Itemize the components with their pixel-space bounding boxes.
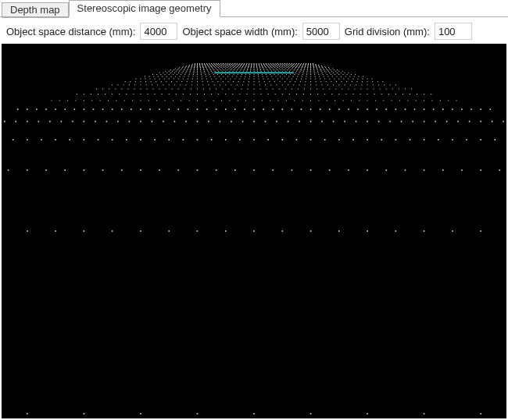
grid-dot [316,65,317,66]
grid-dot [213,69,214,70]
grid-dot [59,100,60,101]
grid-dot [263,79,264,80]
grid-dot [299,121,300,123]
grid-dot [310,413,312,415]
grid-dot [267,69,267,69]
grid-dot [327,74,327,75]
grid-dot [267,65,267,66]
grid-dot [189,100,190,101]
grid-dot [216,69,216,69]
grid-dot [245,77,245,77]
grid-dot [173,74,174,75]
grid-dot [306,77,306,77]
grid-dot [321,71,322,72]
grid-dot [282,66,283,67]
grid-dot [307,69,308,70]
grid-dot [331,74,331,75]
grid-dot [84,100,84,101]
grid-dot [223,77,224,77]
grid-dot [176,71,177,72]
grid-dot [254,81,255,82]
grid-dot [172,71,173,72]
grid-dot [288,77,289,77]
grid-dot [189,65,190,66]
grid-dot [289,63,290,64]
grid-dot [424,94,424,94]
grid-dot [160,74,161,75]
grid-dot [237,84,238,85]
grid-dot [499,169,501,171]
grid-dot [354,89,355,90]
grid-dot [169,94,170,94]
grid-dot [262,74,263,75]
grid-dot [170,77,171,77]
grid-dot [209,89,210,90]
grid-dot [166,81,166,82]
grid-dot [333,121,334,123]
grid-dot [273,63,274,64]
object-space-width-input[interactable] [302,23,340,40]
grid-dot [352,79,353,80]
grid-dot [77,94,77,94]
tab-stereoscopic-geometry[interactable]: Stereoscopic image geometry [69,0,220,17]
grid-dot [299,84,300,85]
grid-dot [205,73,206,73]
grid-dot [297,69,298,70]
grid-dot [176,94,177,94]
grid-dot [193,71,194,72]
grid-dot [235,65,236,66]
grid-dot [140,109,141,110]
grid-dot [399,89,399,90]
grid-dot [310,230,312,232]
grid-dot [197,74,198,75]
grid-dot [233,81,234,82]
grid-dot [298,65,299,66]
grid-dot [275,71,276,72]
grid-dot [348,79,349,80]
grid-dot [180,84,181,85]
grid-dot [322,84,323,85]
grid-dot [256,63,257,64]
grid-dot [197,94,198,94]
grid-dot [234,69,235,69]
grid-dot [91,100,92,101]
grid-dot [357,109,359,110]
grid-dot [253,169,255,171]
grid-dot [392,100,392,101]
grid-dot [191,69,191,69]
grid-dot [302,100,303,101]
grid-dot [289,71,290,72]
grid-dot [237,63,238,64]
grid-dot [310,71,311,72]
grid-dot [186,66,187,66]
grid-dot [317,69,317,69]
grid-dot [275,63,276,64]
grid-dot [376,109,377,110]
grid-dot [320,81,321,82]
grid-dot [145,81,146,82]
grid-dot [69,139,70,141]
grid-dot [331,94,332,94]
grid-dot [195,63,195,64]
grid-dot [280,63,281,64]
grid-dot [313,69,314,70]
grid-dot [245,100,246,101]
grid-dot [209,63,209,64]
grid-division-input[interactable] [435,23,472,40]
grid-dot [27,413,28,415]
grid-dot [310,77,311,77]
tab-depth-map[interactable]: Depth map [2,2,69,18]
grid-dot [356,121,357,123]
grid-dot [270,74,270,75]
grid-dot [310,139,312,141]
object-space-distance-input[interactable] [140,23,177,40]
grid-dot [281,139,283,141]
grid-dot [268,63,269,64]
grid-dot [292,65,293,66]
grid-dot [130,81,131,82]
grid-dot [162,94,163,94]
grid-dot [227,77,228,77]
grid-dot [306,74,307,75]
grid-dot [220,66,220,67]
grid-dot [191,65,192,66]
